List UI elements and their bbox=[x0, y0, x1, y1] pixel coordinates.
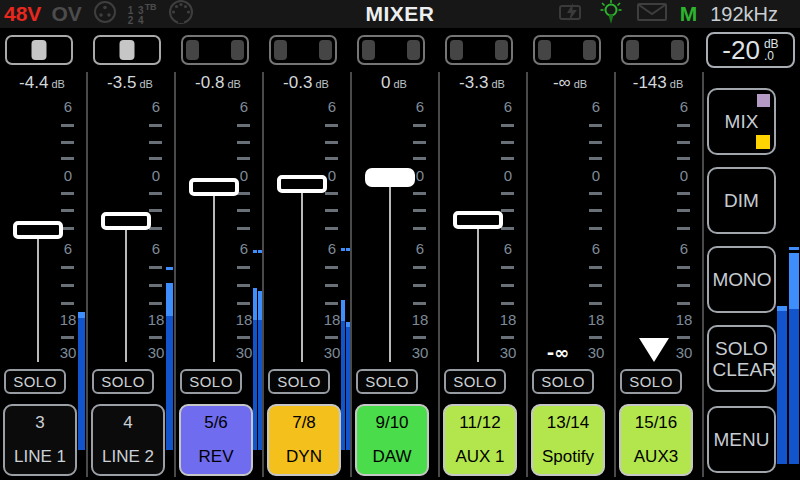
channel-label[interactable]: 15/16AUX3 bbox=[619, 404, 693, 476]
fader-scale-label: 6 bbox=[578, 242, 614, 256]
pan-handle-right bbox=[319, 40, 332, 60]
pan-control[interactable] bbox=[621, 35, 689, 65]
fader-scale-label: 30 bbox=[50, 346, 86, 360]
pan-control[interactable] bbox=[445, 35, 513, 65]
channel-label[interactable]: 9/10DAW bbox=[355, 404, 429, 476]
menu-label: MENU bbox=[714, 429, 770, 450]
fader-minus-infinity[interactable]: -∞ bbox=[536, 342, 580, 363]
solo-button[interactable]: SOLO bbox=[444, 369, 506, 394]
fader-scale-label: 30 bbox=[666, 346, 702, 360]
mono-button[interactable]: MONO bbox=[707, 246, 776, 313]
channel-label[interactable]: 3LINE 1 bbox=[3, 404, 77, 476]
db-number: -0.3 bbox=[283, 73, 312, 92]
fader-track bbox=[301, 192, 303, 362]
dim-button[interactable]: DIM bbox=[707, 167, 776, 234]
fader-scale-tick bbox=[237, 336, 250, 339]
fader-scale-tick bbox=[677, 209, 690, 212]
pan-handle-right bbox=[231, 40, 244, 60]
fader-scale-tick bbox=[589, 192, 602, 195]
fader-scale-tick bbox=[149, 124, 162, 127]
top-status-bar: 48V OV 1 3TB 2 4 bbox=[0, 0, 800, 28]
fader-scale-label: 30 bbox=[490, 346, 526, 360]
channel-strip: 0dB6061830SOLO9/10DAW bbox=[352, 0, 440, 480]
fader-scale-tick bbox=[413, 124, 426, 127]
pan-handle-right bbox=[583, 40, 596, 60]
fader-scale-tick bbox=[149, 192, 162, 195]
fader-scale-label: 0 bbox=[138, 169, 174, 183]
db-unit: dB bbox=[51, 78, 64, 90]
db-unit: dB bbox=[139, 78, 152, 90]
fader-scale-label: 18 bbox=[138, 313, 174, 327]
fader-handle[interactable] bbox=[453, 211, 503, 229]
channel-meter-bar-dark bbox=[253, 320, 257, 450]
fader-handle[interactable] bbox=[277, 175, 327, 193]
fader-db-value: -4.4dB bbox=[0, 70, 84, 96]
fader-db-value: 0dB bbox=[352, 70, 436, 96]
solo-button[interactable]: SOLO bbox=[268, 369, 330, 394]
fader-scale-tick bbox=[677, 284, 690, 287]
fader-db-value: -∞dB bbox=[528, 70, 612, 96]
pan-control[interactable] bbox=[533, 35, 601, 65]
mix-button[interactable]: MIX bbox=[707, 88, 776, 155]
channel-number: 5/6 bbox=[204, 413, 228, 433]
fader-below-range-arrow-icon[interactable] bbox=[639, 338, 669, 362]
master-volume-display[interactable]: -20 dB .0 bbox=[706, 32, 795, 68]
solo-button[interactable]: SOLO bbox=[92, 369, 154, 394]
fader-scale-label: 6 bbox=[50, 100, 86, 114]
menu-button[interactable]: MENU bbox=[707, 406, 776, 473]
fader-scale-tick bbox=[149, 336, 162, 339]
fader-handle[interactable] bbox=[13, 221, 63, 239]
mix-label: MIX bbox=[725, 111, 759, 132]
fader-scale-label: 6 bbox=[226, 242, 262, 256]
fader-scale-label: 6 bbox=[50, 242, 86, 256]
fader-scale-label: 6 bbox=[226, 100, 262, 114]
fader-handle[interactable] bbox=[365, 168, 415, 187]
solo-button[interactable]: SOLO bbox=[620, 369, 682, 394]
pan-control[interactable] bbox=[357, 35, 425, 65]
solo-button[interactable]: SOLO bbox=[180, 369, 242, 394]
channel-name: AUX 1 bbox=[455, 447, 504, 467]
db-unit: dB bbox=[394, 78, 407, 90]
pan-handle-left bbox=[362, 40, 375, 60]
pan-control[interactable] bbox=[181, 35, 249, 65]
sample-rate: 192kHz bbox=[710, 0, 778, 28]
fader-scale-tick bbox=[237, 209, 250, 212]
fader-track bbox=[389, 185, 391, 362]
fader-handle[interactable] bbox=[189, 178, 239, 196]
channel-label[interactable]: 5/6REV bbox=[179, 404, 253, 476]
fader-scale-tick bbox=[501, 192, 514, 195]
fader-scale-tick bbox=[413, 284, 426, 287]
fader-scale-tick bbox=[237, 157, 250, 160]
pan-control[interactable] bbox=[269, 35, 337, 65]
solo-button[interactable]: SOLO bbox=[356, 369, 418, 394]
fader-scale-tick bbox=[677, 157, 690, 160]
channel-strip: -143dB6061830SOLO15/16AUX3 bbox=[616, 0, 704, 480]
fader-scale-label: 18 bbox=[578, 313, 614, 327]
channel-label[interactable]: 7/8DYN bbox=[267, 404, 341, 476]
fader-handle[interactable] bbox=[101, 212, 151, 230]
db-unit: dB bbox=[227, 78, 240, 90]
pan-control[interactable] bbox=[93, 35, 161, 65]
channel-label[interactable]: 4LINE 2 bbox=[91, 404, 165, 476]
fader-track bbox=[213, 195, 215, 362]
fader-scale-label: 30 bbox=[138, 346, 174, 360]
channel-label[interactable]: 13/14Spotify bbox=[531, 404, 605, 476]
solo-button[interactable]: SOLO bbox=[532, 369, 594, 394]
channel-number: 11/12 bbox=[459, 413, 500, 433]
over-indicator: OV bbox=[51, 0, 81, 28]
fader-track bbox=[477, 228, 479, 362]
db-number: -3.5 bbox=[107, 73, 136, 92]
db-number: -4.4 bbox=[19, 73, 48, 92]
fader-scale-tick bbox=[325, 336, 338, 339]
channel-name: Spotify bbox=[542, 447, 594, 467]
mix-indicator bbox=[756, 135, 770, 149]
channel-strip: -4.4dB6061830SOLO3LINE 1 bbox=[0, 0, 88, 480]
fader-scale-tick bbox=[589, 124, 602, 127]
channel-label[interactable]: 11/12AUX 1 bbox=[443, 404, 517, 476]
solo-clear-button[interactable]: SOLO CLEAR bbox=[707, 325, 776, 392]
fader-scale-tick bbox=[589, 284, 602, 287]
solo-button[interactable]: SOLO bbox=[4, 369, 66, 394]
fader-scale-tick bbox=[589, 141, 602, 144]
fader-scale-tick bbox=[677, 124, 690, 127]
pan-control[interactable] bbox=[5, 35, 73, 65]
